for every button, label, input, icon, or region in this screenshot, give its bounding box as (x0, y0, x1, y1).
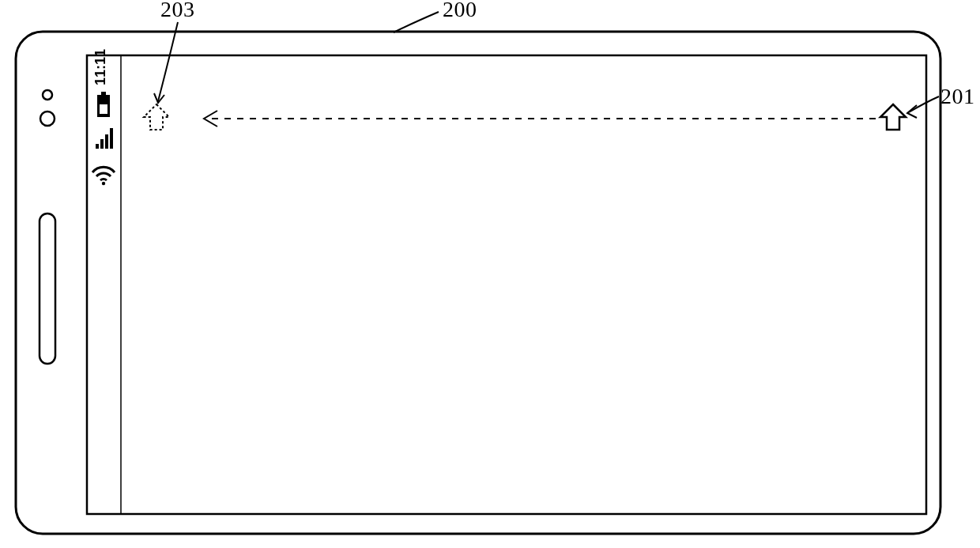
camera-icon (40, 111, 55, 126)
battery-icon (97, 92, 110, 117)
leader-home-source (909, 96, 939, 112)
signal-icon (96, 128, 113, 149)
status-bar: 11:11 (92, 49, 121, 514)
leader-home-target (158, 22, 178, 101)
svg-rect-7 (110, 128, 113, 149)
sensor-icon (43, 90, 52, 100)
wifi-icon (92, 167, 115, 185)
svg-rect-2 (101, 92, 106, 95)
svg-rect-4 (96, 144, 99, 149)
patent-figure: 200 203 201 11:11 (0, 0, 980, 548)
home-icon-target (144, 104, 169, 130)
drag-path (204, 111, 876, 127)
svg-point-8 (102, 182, 105, 185)
svg-rect-5 (100, 139, 104, 149)
leader-device (394, 12, 439, 32)
speaker-slot-icon (40, 214, 55, 364)
leader-home-source-arrow (907, 105, 917, 118)
svg-rect-3 (100, 104, 107, 114)
figure-svg: 11:11 (0, 0, 980, 548)
statusbar-time: 11:11 (92, 49, 108, 85)
device-outline (16, 32, 940, 534)
svg-rect-6 (105, 134, 108, 149)
home-icon-source[interactable] (880, 104, 906, 130)
